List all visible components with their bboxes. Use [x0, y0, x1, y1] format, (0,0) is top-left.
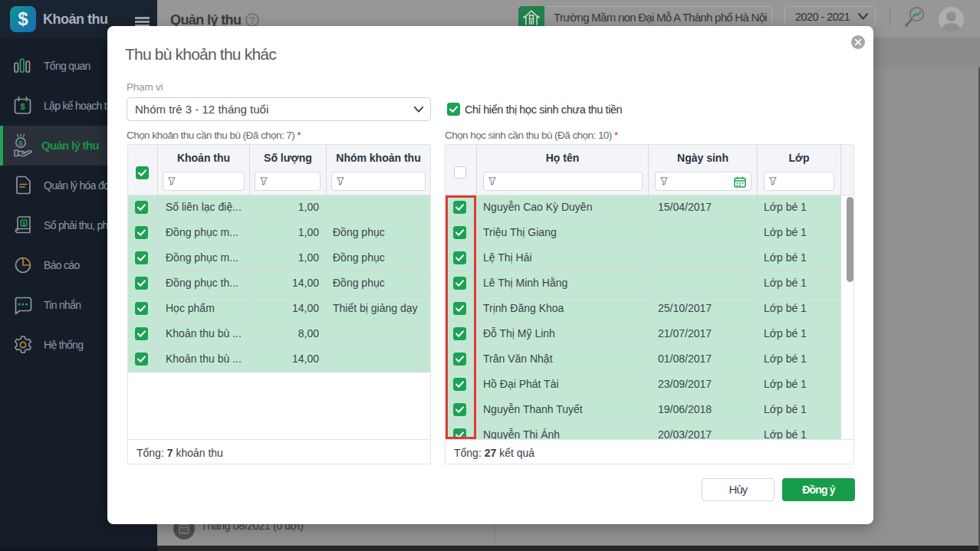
svg-text:$: $ — [18, 139, 23, 147]
svg-text:$: $ — [20, 102, 25, 111]
